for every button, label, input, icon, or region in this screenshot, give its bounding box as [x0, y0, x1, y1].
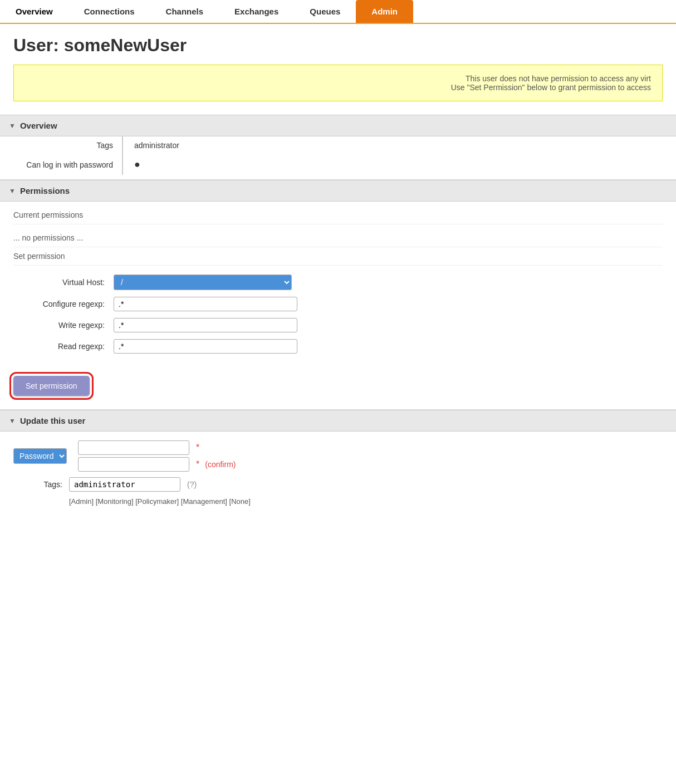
overview-header-label: Overview — [20, 121, 57, 130]
tags-value: administrator — [123, 136, 676, 154]
write-regexp-label: Write regexp: — [13, 321, 114, 330]
overview-table: Tags administrator Can log in with passw… — [0, 136, 676, 175]
virtual-host-select[interactable]: / — [114, 275, 292, 290]
overview-section-header: ▼ Overview — [0, 115, 676, 136]
tags-options: [Admin] [Monitoring] [Policymaker] [Mana… — [13, 497, 663, 506]
nav-channels[interactable]: Channels — [150, 0, 219, 23]
password-asterisk: * — [196, 443, 199, 453]
set-permission-button-wrap: Set permission — [0, 369, 676, 409]
confirm-label: (confirm) — [205, 460, 236, 469]
page-title: User: someNewUser — [0, 24, 676, 65]
can-login-label: Can log in with password — [0, 154, 123, 175]
nav-exchanges[interactable]: Exchanges — [219, 0, 294, 23]
top-navigation: Overview Connections Channels Exchanges … — [0, 0, 676, 24]
configure-regexp-input[interactable] — [114, 297, 297, 311]
permissions-arrow-icon: ▼ — [9, 187, 16, 195]
no-permissions-text: ... no permissions ... — [13, 229, 663, 247]
nav-admin[interactable]: Admin — [356, 0, 413, 23]
tags-field-label: Tags: — [13, 480, 69, 489]
permissions-area: Current permissions ... no permissions .… — [0, 202, 676, 369]
nav-queues[interactable]: Queues — [294, 0, 356, 23]
tags-hint: (?) — [187, 480, 197, 489]
can-login-value: ● — [123, 154, 676, 175]
write-regexp-row: Write regexp: — [13, 318, 663, 332]
read-regexp-row: Read regexp: — [13, 339, 663, 354]
write-regexp-input[interactable] — [114, 318, 297, 332]
tags-row: Tags: (?) — [13, 477, 663, 492]
password-input[interactable] — [78, 440, 189, 455]
tags-input[interactable] — [69, 477, 180, 492]
update-section-header: ▼ Update this user — [0, 410, 676, 432]
password-type-select[interactable]: Password — [13, 448, 67, 464]
read-regexp-input[interactable] — [114, 339, 297, 354]
set-permission-label: Set permission — [13, 252, 663, 266]
virtual-host-row: Virtual Host: / — [13, 275, 663, 290]
current-permissions-label: Current permissions — [13, 210, 663, 224]
update-area: Password * * (confirm) Tags: (?) [Admin]… — [0, 432, 676, 514]
read-regexp-label: Read regexp: — [13, 342, 114, 351]
update-header-label: Update this user — [20, 416, 86, 425]
password-confirm-input[interactable] — [78, 457, 189, 472]
overview-arrow-icon: ▼ — [9, 122, 16, 130]
configure-regexp-label: Configure regexp: — [13, 300, 114, 308]
configure-regexp-row: Configure regexp: — [13, 297, 663, 311]
nav-overview[interactable]: Overview — [0, 0, 68, 23]
password-row: Password * * (confirm) — [13, 440, 663, 472]
password-inputs: * * (confirm) — [78, 440, 236, 472]
set-permission-button[interactable]: Set permission — [13, 376, 90, 396]
confirm-asterisk: * — [196, 459, 199, 469]
virtual-host-label: Virtual Host: — [13, 278, 114, 287]
warning-box: This user does not have permission to ac… — [13, 65, 663, 101]
permissions-header-label: Permissions — [20, 186, 70, 195]
nav-connections[interactable]: Connections — [68, 0, 150, 23]
tags-label: Tags — [0, 136, 123, 154]
permissions-section-header: ▼ Permissions — [0, 180, 676, 202]
password-select-label-wrap: Password — [13, 448, 78, 464]
update-arrow-icon: ▼ — [9, 417, 16, 425]
